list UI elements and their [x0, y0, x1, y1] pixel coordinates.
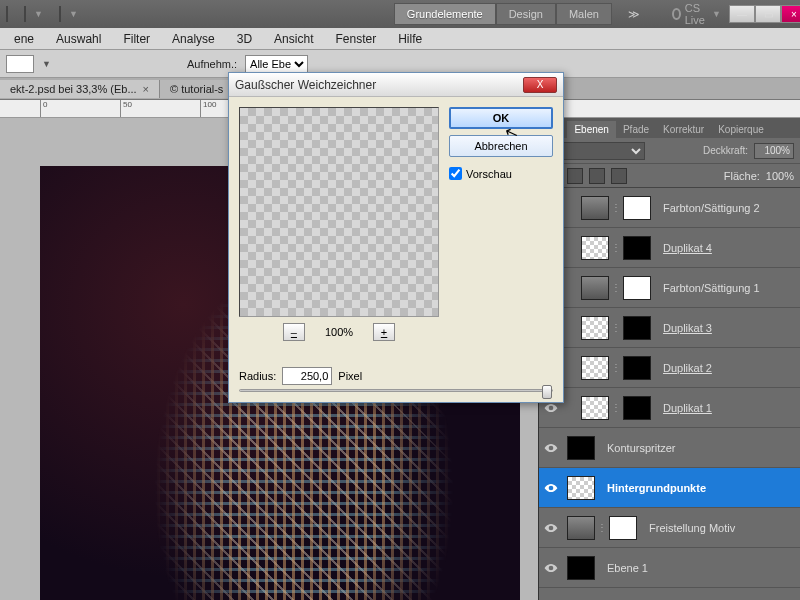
menu-ansicht[interactable]: Ansicht: [264, 29, 323, 49]
panel-tab-kopierquelle[interactable]: Kopierque: [711, 121, 771, 138]
layer-name[interactable]: Duplikat 2: [663, 362, 712, 374]
visibility-eye-icon[interactable]: [543, 560, 559, 576]
window-minimize-button[interactable]: —: [729, 5, 755, 23]
radius-slider[interactable]: [239, 389, 553, 392]
dialog-close-button[interactable]: X: [523, 77, 557, 93]
dialog-preview-box[interactable]: [239, 107, 439, 317]
window-maximize-button[interactable]: ▭: [755, 5, 781, 23]
lock-all-icon[interactable]: [611, 168, 627, 184]
menu-filter[interactable]: Filter: [113, 29, 160, 49]
layer-name[interactable]: Duplikat 4: [663, 242, 712, 254]
visibility-eye-icon[interactable]: [543, 520, 559, 536]
close-icon[interactable]: ×: [143, 83, 149, 95]
adjustment-thumb[interactable]: [581, 196, 609, 220]
menu-hilfe[interactable]: Hilfe: [388, 29, 432, 49]
layer-thumb[interactable]: [581, 236, 609, 260]
layer-name[interactable]: Hintergrundpunkte: [607, 482, 706, 494]
preview-checkbox[interactable]: [449, 167, 462, 180]
layer-name[interactable]: Duplikat 1: [663, 402, 712, 414]
layer-thumb[interactable]: [581, 316, 609, 340]
panel-tabs: org Ebenen Pfade Korrektur Kopierque: [539, 118, 800, 138]
panel-tab-pfade[interactable]: Pfade: [616, 121, 656, 138]
fill-value[interactable]: 100%: [766, 170, 794, 182]
panel-tab-ebenen[interactable]: Ebenen: [567, 121, 615, 138]
layer-thumb[interactable]: [567, 476, 595, 500]
menu-analyse[interactable]: Analyse: [162, 29, 225, 49]
layer-thumbs: ⋮: [567, 196, 651, 220]
layer-row[interactable]: Ebene 1: [539, 548, 800, 588]
layer-row[interactable]: ⋮Duplikat 2: [539, 348, 800, 388]
layer-row[interactable]: ⋮Freistellung Motiv: [539, 508, 800, 548]
lock-position-icon[interactable]: [589, 168, 605, 184]
panel-tab-korrektur[interactable]: Korrektur: [656, 121, 711, 138]
workspace-more-icon[interactable]: ≫: [620, 4, 648, 25]
window-close-button[interactable]: ×: [781, 5, 800, 23]
layer-thumb[interactable]: [581, 356, 609, 380]
mask-thumb[interactable]: [623, 236, 651, 260]
layer-thumb[interactable]: [567, 516, 595, 540]
layer-row[interactable]: ⋮Duplikat 1: [539, 388, 800, 428]
chevron-down-icon[interactable]: ▼: [34, 9, 43, 19]
cslive-menu[interactable]: CS Live ▼: [672, 2, 721, 26]
layer-row[interactable]: ⋮Farbton/Sättigung 2: [539, 188, 800, 228]
layer-name[interactable]: Freistellung Motiv: [649, 522, 735, 534]
arrange-icon[interactable]: [59, 6, 61, 22]
mask-thumb[interactable]: [609, 516, 637, 540]
document-tab[interactable]: ekt-2.psd bei 33,3% (Eb... ×: [0, 80, 160, 98]
view-mode-icon[interactable]: [24, 6, 26, 22]
sample-label: Aufnehm.:: [187, 58, 237, 70]
zoom-in-button[interactable]: +: [373, 323, 395, 341]
link-icon: ⋮: [611, 282, 621, 293]
chevron-down-icon[interactable]: ▼: [69, 9, 78, 19]
zoom-out-button[interactable]: –: [283, 323, 305, 341]
layer-row[interactable]: ⋮Duplikat 3: [539, 308, 800, 348]
layer-thumb[interactable]: [567, 556, 595, 580]
panel-opacity-row: Deckkraft: 100%: [539, 138, 800, 164]
workspace-tab-grundelemente[interactable]: Grundelemente: [394, 3, 496, 25]
layer-name[interactable]: Ebene 1: [607, 562, 648, 574]
radius-row: Radius: Pixel: [229, 367, 563, 385]
slider-thumb[interactable]: [542, 385, 552, 399]
visibility-eye-icon[interactable]: [543, 440, 559, 456]
layer-thumb[interactable]: [567, 436, 595, 460]
layer-row[interactable]: ⋮Duplikat 4: [539, 228, 800, 268]
cancel-button[interactable]: Abbrechen: [449, 135, 553, 157]
preview-checkbox-label: Vorschau: [466, 168, 512, 180]
menu-ebene[interactable]: ene: [4, 29, 44, 49]
dialog-preview-column: – 100% +: [239, 107, 439, 341]
chevron-down-icon[interactable]: ▼: [42, 59, 51, 69]
layer-row[interactable]: ⋮Farbton/Sättigung 1: [539, 268, 800, 308]
preview-checkbox-row[interactable]: Vorschau: [449, 167, 553, 180]
mask-thumb[interactable]: [623, 276, 651, 300]
layer-name[interactable]: Duplikat 3: [663, 322, 712, 334]
document-tab[interactable]: © tutorial-s: [160, 80, 234, 98]
layer-row[interactable]: Konturspritzer: [539, 428, 800, 468]
ok-button[interactable]: OK: [449, 107, 553, 129]
visibility-eye-icon[interactable]: [543, 480, 559, 496]
mask-thumb[interactable]: [623, 196, 651, 220]
opacity-value[interactable]: 100%: [754, 143, 794, 159]
adjustment-thumb[interactable]: [581, 276, 609, 300]
layer-row[interactable]: Hintergrundpunkte: [539, 468, 800, 508]
mask-thumb[interactable]: [623, 396, 651, 420]
workspace-tab-malen[interactable]: Malen: [556, 3, 612, 25]
sample-dropdown[interactable]: Alle Ebe: [245, 55, 308, 73]
layer-name[interactable]: Farbton/Sättigung 2: [663, 202, 760, 214]
menu-3d[interactable]: 3D: [227, 29, 262, 49]
layer-name[interactable]: Konturspritzer: [607, 442, 675, 454]
layer-thumbs: ⋮: [567, 276, 651, 300]
dialog-titlebar[interactable]: Gaußscher Weichzeichner X: [229, 73, 563, 97]
mask-thumb[interactable]: [623, 356, 651, 380]
layer-thumb[interactable]: [581, 396, 609, 420]
mask-thumb[interactable]: [623, 316, 651, 340]
layer-name[interactable]: Farbton/Sättigung 1: [663, 282, 760, 294]
radius-label: Radius:: [239, 370, 276, 382]
workspace-tab-design[interactable]: Design: [496, 3, 556, 25]
ruler-tick: 100: [200, 100, 216, 118]
menu-fenster[interactable]: Fenster: [325, 29, 386, 49]
link-icon: ⋮: [611, 362, 621, 373]
lock-paint-icon[interactable]: [567, 168, 583, 184]
menu-auswahl[interactable]: Auswahl: [46, 29, 111, 49]
tool-preset-swatch[interactable]: [6, 55, 34, 73]
radius-input[interactable]: [282, 367, 332, 385]
